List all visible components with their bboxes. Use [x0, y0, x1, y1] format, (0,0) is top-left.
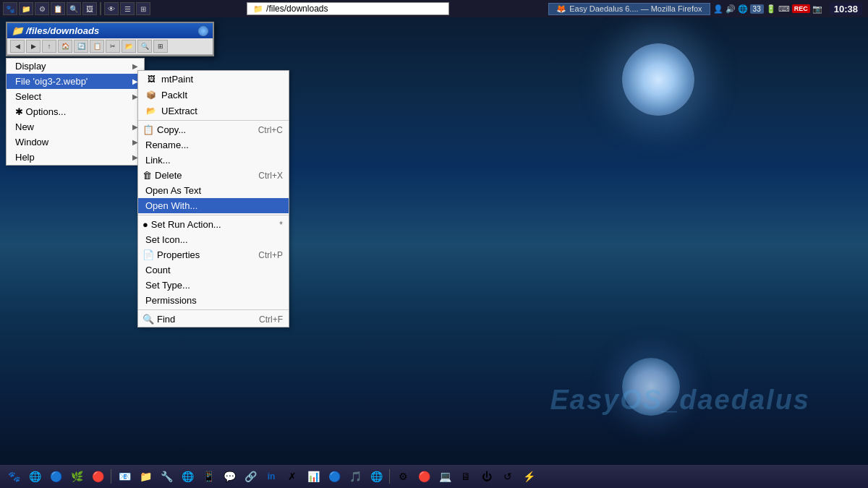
submenu-uextract[interactable]: 📂 UExtract	[138, 103, 289, 119]
taskbar-btn-phone[interactable]: 📱	[199, 467, 218, 486]
submenu-set-run-action[interactable]: ● Set Run Action... *	[138, 217, 289, 232]
app-icon-6[interactable]: 🖼	[82, 2, 97, 15]
taskbar-btn-net[interactable]: 🌐	[367, 467, 386, 486]
file-submenu: 🖼 mtPaint 📦 PackIt 📂 UExtract 📋 Copy... …	[137, 70, 289, 328]
taskbar-btn-display[interactable]: 🖥	[456, 467, 475, 486]
keyboard-icon: ⌨	[778, 4, 790, 14]
taskbar-btn-x[interactable]: ✗	[283, 467, 302, 486]
submenu-set-type[interactable]: Set Type...	[138, 278, 289, 293]
taskbar-btn-power[interactable]: ⏻	[477, 467, 496, 486]
toolbar-btn-7[interactable]: ✂	[106, 40, 120, 53]
taskbar-btn-music[interactable]: 🎵	[346, 467, 365, 486]
menu-new[interactable]: New ▶	[7, 119, 144, 134]
menu-display[interactable]: Display ▶	[7, 59, 144, 74]
taskbar-btn-data[interactable]: 📊	[304, 467, 323, 486]
taskbar-top: 🐾 📁 ⚙ 📋 🔍 🖼 👁 ☰ ⊞ 📁 /files/downloads 🦊 E…	[0, 0, 868, 17]
menu-options[interactable]: ✱ Options...	[7, 104, 144, 119]
app-icon-2[interactable]: 📁	[19, 2, 33, 15]
toolbar-btn-9[interactable]: 🔍	[137, 40, 152, 53]
taskbar-btn-settings[interactable]: 🔧	[157, 467, 176, 486]
menu-display-label: Display	[15, 61, 46, 72]
menu-window[interactable]: Window ▶	[7, 134, 144, 150]
menu-file-label: File 'oig3-2.webp'	[15, 76, 88, 87]
close-button[interactable]	[198, 26, 208, 36]
submenu-mtpaint[interactable]: 🖼 mtPaint	[138, 71, 289, 87]
taskbar-btn-gear[interactable]: ⚙	[393, 467, 412, 486]
submenu-rename[interactable]: Rename...	[138, 137, 289, 153]
delete-label: Delete	[155, 170, 182, 181]
taskbar-btn-pup[interactable]: 🐾	[4, 467, 23, 486]
app-icon-5[interactable]: 🔍	[67, 2, 81, 15]
toolbar-btn-8[interactable]: 📂	[122, 40, 136, 53]
properties-icon: 📄	[142, 249, 154, 260]
rec-badge: REC	[792, 4, 810, 13]
menu-select-label: Select	[15, 91, 41, 102]
run-action-label: Set Run Action...	[151, 219, 221, 230]
taskbar-btn-restart[interactable]: ↺	[498, 467, 517, 486]
toolbar-btn-4[interactable]: 🏠	[58, 40, 72, 53]
submenu-find[interactable]: 🔍 Find Ctrl+F	[138, 312, 289, 327]
taskbar-btn-chat[interactable]: 💬	[220, 467, 239, 486]
separator	[138, 120, 289, 121]
mtpaint-icon: 🖼	[145, 73, 157, 85]
submenu-open-with[interactable]: Open With...	[138, 198, 289, 213]
run-action-shortcut: *	[279, 220, 283, 230]
app-icon-3[interactable]: ⚙	[35, 2, 49, 15]
app-icon-8[interactable]: ☰	[120, 2, 135, 15]
menu-help[interactable]: Help ▶	[7, 150, 144, 165]
toolbar-btn-5[interactable]: 🔄	[74, 40, 88, 53]
submenu-properties[interactable]: 📄 Properties Ctrl+P	[138, 247, 289, 262]
taskbar-sep-1	[111, 469, 111, 484]
firefox-icon: 🦊	[556, 4, 566, 14]
battery-icon: 🔋	[766, 4, 776, 14]
submenu-permissions[interactable]: Permissions	[138, 293, 289, 308]
run-action-icon: ●	[142, 219, 148, 230]
separator-3	[138, 309, 289, 310]
file-manager-titlebar: 📁 /files/downloads	[7, 23, 213, 38]
submenu-link[interactable]: Link...	[138, 153, 289, 168]
taskbar-btn-app[interactable]: 🔴	[88, 467, 107, 486]
delete-left: 🗑 Delete	[142, 170, 182, 181]
link-label: Link...	[145, 155, 171, 166]
app-icon-9[interactable]: ⊞	[136, 2, 150, 15]
taskbar-btn-web[interactable]: 🌐	[178, 467, 197, 486]
toolbar-divider	[100, 2, 101, 15]
taskbar-btn-browser[interactable]: 🌐	[25, 467, 44, 486]
menu-file[interactable]: File 'oig3-2.webp' ▶	[7, 74, 144, 89]
taskbar-btn-link[interactable]: 🔗	[241, 467, 260, 486]
toolbar-btn-1[interactable]: ◀	[10, 40, 25, 53]
submenu-set-icon[interactable]: Set Icon...	[138, 232, 289, 247]
toolbar-btn-2[interactable]: ▶	[26, 40, 41, 53]
volume-icon[interactable]: 🔊	[726, 4, 736, 14]
system-tray: 👤 🔊 🌐 33 🔋 ⌨ REC 📷	[713, 4, 822, 14]
submenu-copy[interactable]: 📋 Copy... Ctrl+C	[138, 122, 289, 137]
app-icon-7[interactable]: 👁	[104, 2, 119, 15]
app-icon-1[interactable]: 🐾	[3, 2, 17, 15]
menu-select[interactable]: Select ▶	[7, 89, 144, 104]
taskbar-btn-firefox[interactable]: 🔵	[46, 467, 65, 486]
taskbar-btn-blue[interactable]: 🔵	[325, 467, 344, 486]
submenu-count[interactable]: Count	[138, 262, 289, 278]
submenu-open-as-text[interactable]: Open As Text	[138, 183, 289, 198]
folder-icon: 📁	[253, 4, 263, 14]
taskbar-btn-red[interactable]: 🔴	[414, 467, 433, 486]
toolbar-btn-10[interactable]: ⊞	[153, 40, 168, 53]
taskbar-btn-email[interactable]: 📧	[115, 467, 134, 486]
taskbar-btn-folder[interactable]: 📁	[136, 467, 155, 486]
toolbar-btn-6[interactable]: 📋	[90, 40, 104, 53]
arrow-icon: ▶	[132, 62, 138, 70]
taskbar-btn-linkedin[interactable]: in	[262, 467, 281, 486]
desktop-watermark: EasyOS_daedalus	[550, 385, 810, 416]
taskbar-btn-monitor[interactable]: 💻	[435, 467, 454, 486]
firefox-taskbar-item[interactable]: 🦊 Easy Daedalus 6.... — Mozilla Firefox	[548, 3, 710, 15]
address-bar[interactable]: 📁 /files/downloads	[247, 2, 449, 15]
clock: 10:38	[830, 3, 862, 15]
set-type-label: Set Type...	[145, 280, 190, 291]
toolbar-btn-3[interactable]: ↑	[42, 40, 56, 53]
submenu-packit[interactable]: 📦 PackIt	[138, 87, 289, 103]
taskbar-btn-files[interactable]: 🌿	[67, 467, 86, 486]
menu-options-label: ✱ Options...	[15, 106, 66, 117]
app-icon-4[interactable]: 📋	[51, 2, 65, 15]
taskbar-btn-lightning[interactable]: ⚡	[519, 467, 538, 486]
submenu-delete[interactable]: 🗑 Delete Ctrl+X	[138, 168, 289, 183]
